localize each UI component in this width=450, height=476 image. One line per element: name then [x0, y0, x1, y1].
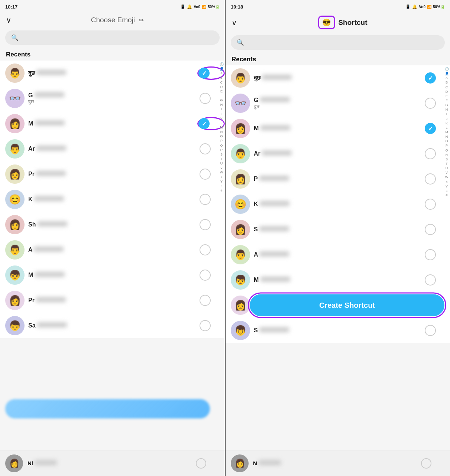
- contact-row-10-left[interactable]: 👩 Pr: [0, 288, 225, 313]
- edit-icon-left[interactable]: ✏: [139, 17, 144, 23]
- create-shortcut-button-highlight: Create Shortcut: [248, 293, 446, 318]
- contact-row-6-right[interactable]: 😊 K: [226, 192, 450, 217]
- contact-row-6-left[interactable]: 😊 K: [0, 187, 225, 212]
- contact-row-1-left[interactable]: 👨 दुछ: [0, 61, 225, 86]
- checkbox-6-left[interactable]: [200, 194, 211, 205]
- contact-row-9-left[interactable]: 👦 M: [0, 263, 225, 288]
- contact-row-4-left[interactable]: 👨 Ar: [0, 136, 225, 162]
- contact-info-3-right: M: [250, 125, 425, 132]
- checkbox-1-left[interactable]: [198, 68, 210, 79]
- contact-row-3-right[interactable]: 👩 M: [226, 116, 450, 141]
- contact-row-4-right[interactable]: 👨 Ar: [226, 141, 450, 166]
- checkbox-9-left[interactable]: [200, 270, 211, 281]
- contact-name-8-left: A: [28, 247, 196, 253]
- shortcut-title-text: Shortcut: [338, 19, 367, 27]
- contact-row-11-left[interactable]: 👦 Sa: [0, 313, 225, 338]
- search-icon-left: 🔍: [11, 34, 19, 41]
- checkbox-3-left[interactable]: [198, 118, 210, 129]
- avatar-10-left: 👩: [5, 291, 25, 310]
- contact-row-10-right[interactable]: 👩 Pr Create Shortcut: [226, 293, 450, 318]
- bottom-checkbox-left[interactable]: [196, 458, 206, 469]
- contact-name-8-right: A: [254, 251, 421, 258]
- contact-row-5-right[interactable]: 👩 P: [226, 166, 450, 192]
- contact-row-8-right[interactable]: 👨 A: [226, 242, 450, 267]
- contact-row-1-right[interactable]: 👨 दुछ: [226, 65, 450, 91]
- checkbox-11-right[interactable]: [425, 325, 436, 336]
- recents-label-right: Recents: [226, 54, 450, 65]
- checkbox-11-left[interactable]: [200, 320, 211, 331]
- checkbox-10-left[interactable]: [200, 295, 211, 306]
- contact-name-7-left: Sh: [28, 221, 196, 228]
- checkbox-4-right[interactable]: [425, 148, 436, 159]
- avatar-7-left: 👩: [5, 215, 25, 234]
- checkbox-4-left[interactable]: [200, 143, 211, 154]
- emoji-highlight-box: 😎: [318, 16, 335, 29]
- back-chevron-right[interactable]: ∨: [232, 18, 237, 27]
- contact-name-3-left: M: [28, 120, 194, 127]
- checkbox-9-right[interactable]: [425, 274, 436, 286]
- avatar-8-left: 👨: [5, 240, 25, 260]
- contact-row-7-left[interactable]: 👩 Sh: [0, 212, 225, 237]
- contact-name-6-right: K: [254, 201, 421, 208]
- search-input-left[interactable]: [22, 35, 214, 41]
- checkbox-7-left[interactable]: [200, 219, 211, 230]
- status-icons-right: 📱 🔔 Vo0 📶 50%🔋: [405, 4, 445, 9]
- checkbox-8-right[interactable]: [425, 249, 436, 260]
- alphabet-sidebar-left: 🕐 👤 A B C D E F G H I J K L M N O P Q R …: [219, 61, 224, 450]
- contact-info-5-left: Pr: [25, 171, 200, 177]
- contact-info-9-left: M: [25, 272, 200, 278]
- checkbox-3-right[interactable]: [425, 123, 436, 134]
- contact-info-6-left: K: [25, 196, 200, 203]
- header-left: ∨ Choose Emoji ✏: [0, 13, 225, 28]
- left-panel: 10:17 📱 🔔 Vo0 📶 50%🔋 ∨ Choose Emoji ✏ 🔍 …: [0, 0, 225, 476]
- checkbox-1-right[interactable]: [425, 72, 436, 84]
- contact-info-7-right: S: [250, 226, 425, 233]
- checkbox-6-right[interactable]: [425, 199, 436, 210]
- bottom-avatar-right: 👩: [231, 454, 249, 472]
- recents-label-left: Recents: [0, 49, 225, 61]
- contact-row-5-left[interactable]: 👩 Pr: [0, 162, 225, 187]
- checkbox-7-right[interactable]: [425, 224, 436, 235]
- contact-name-3-right: M: [254, 125, 421, 132]
- contact-info-2-right: G दुछ: [250, 97, 425, 110]
- contact-row-11-right[interactable]: 👦 S: [226, 318, 450, 343]
- contact-name-2-right: G: [254, 97, 421, 104]
- contact-name-11-right: S: [254, 327, 421, 334]
- contact-info-9-right: M: [250, 277, 425, 283]
- create-shortcut-button[interactable]: Create Shortcut: [250, 294, 444, 316]
- contact-row-7-right[interactable]: 👩 S: [226, 217, 450, 242]
- contact-row-3-left[interactable]: 👩 M: [0, 111, 225, 136]
- contact-name-10-left: Pr: [28, 297, 196, 304]
- checkbox-2-left[interactable]: [200, 93, 211, 104]
- avatar-2-left: 👓: [5, 89, 25, 108]
- checkbox-8-left[interactable]: [200, 244, 211, 255]
- contact-name-1-right: दुछ: [254, 75, 421, 81]
- page-title-left: Choose Emoji ✏: [16, 16, 219, 24]
- contact-row-2-right[interactable]: 👓 G दुछ: [226, 91, 450, 116]
- contact-name-1-left: दुछ: [28, 70, 194, 76]
- header-right: ∨ 😎 Shortcut: [226, 13, 450, 33]
- bottom-bar-right: 👩 N: [226, 450, 450, 476]
- search-bar-left[interactable]: 🔍: [5, 30, 220, 45]
- avatar-1-left: 👨: [5, 63, 25, 83]
- bottom-checkbox-right[interactable]: [421, 458, 431, 469]
- page-title-right: 😎 Shortcut: [242, 16, 444, 29]
- avatar-6-right: 😊: [231, 195, 250, 214]
- contact-row-9-right[interactable]: 👦 M: [226, 267, 450, 293]
- contact-name-5-left: Pr: [28, 171, 196, 177]
- checkbox-2-right[interactable]: [425, 98, 436, 109]
- contact-info-3-left: M: [25, 120, 197, 127]
- avatar-11-right: 👦: [231, 321, 250, 340]
- contact-name-9-right: M: [254, 277, 421, 283]
- back-chevron-left[interactable]: ∨: [6, 16, 12, 25]
- checkbox-5-left[interactable]: [200, 169, 211, 180]
- contact-sub-2-right: दुछ: [254, 104, 421, 110]
- avatar-11-left: 👦: [5, 316, 25, 335]
- search-bar-right[interactable]: 🔍: [231, 35, 445, 50]
- contact-info-7-left: Sh: [25, 221, 200, 228]
- contact-info-11-right: S: [250, 327, 425, 334]
- contact-row-2-left[interactable]: 👓 G दुछ: [0, 86, 225, 111]
- contact-row-8-left[interactable]: 👨 A: [0, 237, 225, 263]
- checkbox-5-right[interactable]: [425, 173, 436, 185]
- search-input-right[interactable]: [247, 39, 439, 46]
